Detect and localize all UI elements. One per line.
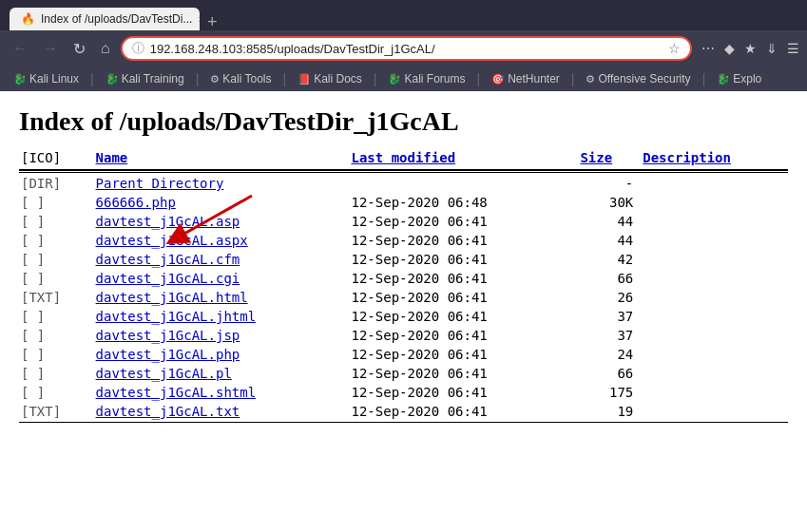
file-name: davtest_j1GcAL.cfm [94,250,350,269]
bookmark-item-nethunter[interactable]: 🎯 NetHunter [486,71,566,86]
file-size: 66 [578,269,641,288]
file-table: [ICO] Name Last modified Size Descriptio… [19,148,788,424]
menu-icon[interactable]: ☰ [787,41,799,56]
table-row: [ ]davtest_j1GcAL.cgi12-Sep-2020 06:4166 [19,269,788,288]
file-desc [641,402,788,421]
table-row: [TXT]davtest_j1GcAL.txt12-Sep-2020 06:41… [19,402,788,421]
file-size: 66 [578,364,641,383]
bookmark-item-kali-linux[interactable]: 🐉 Kali Linux [8,71,85,86]
explo-icon: 🐉 [717,73,730,86]
file-link[interactable]: davtest_j1GcAL.pl [96,366,232,381]
file-size: 44 [578,212,641,231]
back-button[interactable]: ← [8,38,32,59]
extensions-icon[interactable]: ⋯ [701,41,715,56]
col-name-link[interactable]: Name [96,150,128,165]
file-link[interactable]: davtest_j1GcAL.jhtml [96,309,257,324]
file-link[interactable]: Parent Directory [96,176,224,191]
col-size-link[interactable]: Size [580,150,612,165]
file-ico: [ ] [19,383,94,402]
file-desc [641,288,788,307]
kali-forums-icon: 🐉 [388,73,401,86]
table-row: [ ]davtest_j1GcAL.shtml12-Sep-2020 06:41… [19,383,788,402]
kali-docs-icon: 📕 [298,73,311,86]
page-content: Index of /uploads/DavTestDir_j1GcAL [ICO… [0,91,807,532]
file-name: Parent Directory [94,174,350,193]
file-desc [641,193,788,212]
separator5: | [476,71,480,86]
file-ico: [ ] [19,326,94,345]
file-name: davtest_j1GcAL.jsp [94,326,350,345]
address-bar-container: ⓘ ☆ [121,36,692,61]
file-ico: [ ] [19,307,94,326]
table-row: [ ]davtest_j1GcAL.pl12-Sep-2020 06:4166 [19,364,788,383]
file-name: davtest_j1GcAL.asp [94,212,350,231]
col-last-modified-link[interactable]: Last modified [351,150,455,165]
lock-icon: ⓘ [132,40,144,57]
table-row: [ ]davtest_j1GcAL.jsp12-Sep-2020 06:4137 [19,326,788,345]
separator2: | [196,71,200,86]
bookmark-item-offensive-security[interactable]: ⚙ Offensive Security [580,71,696,86]
home-button[interactable]: ⌂ [96,38,115,59]
file-date: 12-Sep-2020 06:41 [349,326,578,345]
file-name: davtest_j1GcAL.cgi [94,269,350,288]
file-date [349,174,578,193]
file-link[interactable]: davtest_j1GcAL.php [96,347,240,362]
reload-button[interactable]: ↻ [68,38,90,60]
table-row: [DIR]Parent Directory- [19,174,788,193]
shield-icon[interactable]: ◆ [724,41,735,56]
bookmark-item-explo[interactable]: 🐉 Explo [711,71,767,86]
file-name: davtest_j1GcAL.txt [94,402,350,421]
file-name: 666666.php [94,193,350,212]
bookmark-item-kali-tools[interactable]: ⚙ Kali Tools [204,71,277,86]
new-tab-button[interactable]: + [200,13,225,30]
file-name: davtest_j1GcAL.jhtml [94,307,350,326]
bookmark-item-kali-training[interactable]: 🐉 Kali Training [100,71,190,86]
table-row: [ ]davtest_j1GcAL.asp12-Sep-2020 06:4144 [19,212,788,231]
separator: | [90,71,94,86]
table-row: [ ]davtest_j1GcAL.jhtml12-Sep-2020 06:41… [19,307,788,326]
file-size: 37 [578,326,641,345]
nethunter-label: NetHunter [508,72,560,86]
file-size: 44 [578,231,641,250]
file-ico: [ ] [19,269,94,288]
file-link[interactable]: 666666.php [96,195,176,210]
file-size: 26 [578,288,641,307]
offensive-security-icon: ⚙ [586,73,595,86]
tab-title: Index of /uploads/DavTestDi... [41,12,192,26]
bookmark-item-kali-forums[interactable]: 🐉 Kali Forums [382,71,471,86]
file-ico: [ ] [19,250,94,269]
file-link[interactable]: davtest_j1GcAL.aspx [96,233,248,248]
file-link[interactable]: davtest_j1GcAL.asp [96,214,240,229]
file-name: davtest_j1GcAL.aspx [94,231,350,250]
col-description-link[interactable]: Description [643,150,731,165]
address-input[interactable] [150,42,663,56]
file-link[interactable]: davtest_j1GcAL.html [96,290,248,305]
file-desc [641,269,788,288]
file-size: 175 [578,383,641,402]
kali-training-icon: 🐉 [106,73,119,86]
kali-docs-label: Kali Docs [314,72,362,86]
table-row: [ ]davtest_j1GcAL.php12-Sep-2020 06:4124 [19,345,788,364]
table-header-row: [ICO] Name Last modified Size Descriptio… [19,148,788,170]
file-link[interactable]: davtest_j1GcAL.cgi [96,271,240,286]
file-link[interactable]: davtest_j1GcAL.shtml [96,385,257,400]
file-link[interactable]: davtest_j1GcAL.cfm [96,252,240,267]
file-link[interactable]: davtest_j1GcAL.txt [96,404,240,419]
file-size: 30K [578,193,641,212]
col-name: Name [94,148,350,170]
bookmark-icon[interactable]: ★ [744,41,757,56]
download-icon[interactable]: ⇓ [766,41,778,56]
file-link[interactable]: davtest_j1GcAL.jsp [96,328,240,343]
file-desc [641,212,788,231]
file-size: 24 [578,345,641,364]
bookmark-item-kali-docs[interactable]: 📕 Kali Docs [292,71,368,86]
page-title: Index of /uploads/DavTestDir_j1GcAL [19,106,788,137]
file-ico: [TXT] [19,402,94,421]
bookmark-star-icon[interactable]: ☆ [668,41,681,56]
browser-tab[interactable]: 🔥 Index of /uploads/DavTestDi... × [10,8,200,30]
separator3: | [283,71,287,86]
kali-tools-label: Kali Tools [222,72,271,86]
forward-button[interactable]: → [38,38,63,59]
file-desc [641,250,788,269]
file-name: davtest_j1GcAL.shtml [94,383,350,402]
